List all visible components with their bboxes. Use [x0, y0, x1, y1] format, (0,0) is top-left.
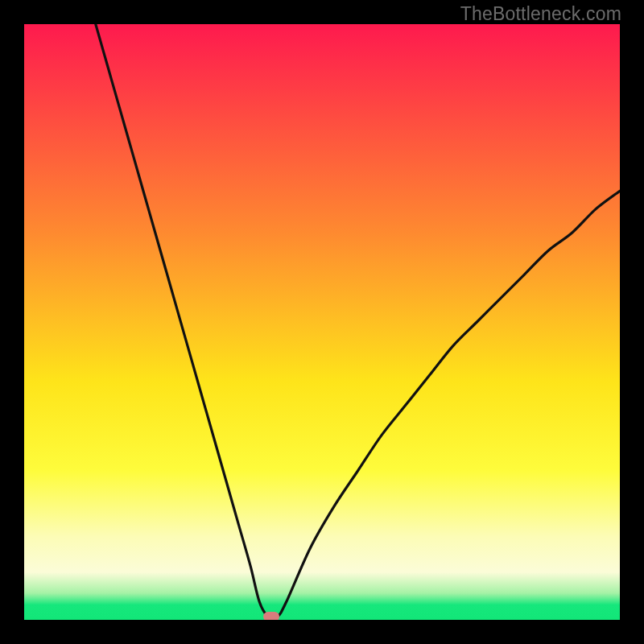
- plot-area: [24, 24, 620, 620]
- minimum-marker: [263, 612, 279, 620]
- chart-frame: TheBottleneck.com: [0, 0, 644, 644]
- bottleneck-curve: [24, 24, 620, 620]
- watermark-text: TheBottleneck.com: [460, 3, 621, 25]
